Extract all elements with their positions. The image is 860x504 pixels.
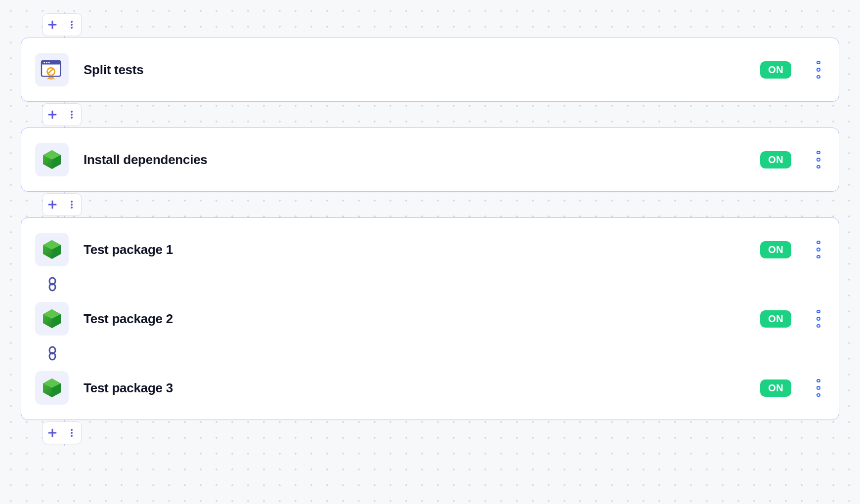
step-icon-container <box>35 143 69 176</box>
toggle-on-badge[interactable]: ON <box>760 151 791 168</box>
svg-point-32 <box>71 432 73 434</box>
add-step-control <box>43 103 82 126</box>
hexagon-node-icon <box>41 239 63 260</box>
drag-dot-icon <box>817 165 820 168</box>
drag-handle[interactable] <box>812 151 825 168</box>
add-step-button[interactable] <box>43 194 62 215</box>
svg-point-9 <box>71 111 73 113</box>
svg-point-6 <box>46 62 47 63</box>
drag-dot-icon <box>817 61 820 64</box>
vertical-dots-icon <box>67 20 77 30</box>
add-step-button[interactable] <box>43 422 62 444</box>
plus-icon <box>47 20 57 30</box>
chain-connector <box>35 343 825 363</box>
toggle-on-badge[interactable]: ON <box>760 310 791 328</box>
vertical-dots-icon <box>67 428 77 438</box>
svg-point-7 <box>48 62 50 63</box>
add-step-button[interactable] <box>43 104 62 126</box>
svg-point-10 <box>71 114 73 116</box>
workflow-step-row: Test package 3 ON <box>35 363 825 410</box>
toggle-on-badge[interactable]: ON <box>760 379 791 397</box>
drag-dot-icon <box>817 317 820 320</box>
svg-point-5 <box>43 62 45 63</box>
drag-dot-icon <box>817 379 820 382</box>
drag-dot-icon <box>817 158 820 161</box>
workflow-step-card[interactable]: Split tests ON <box>21 38 839 102</box>
step-title: Test package 1 <box>84 242 745 257</box>
step-actions-button[interactable] <box>62 14 81 36</box>
hexagon-node-icon <box>41 308 63 330</box>
step-title: Test package 2 <box>84 311 745 327</box>
chain-link-icon <box>46 346 59 361</box>
drag-dot-icon <box>817 393 820 397</box>
add-step-control <box>43 421 82 444</box>
workflow-step-row: Split tests ON <box>35 48 825 91</box>
workflow-step-row: Test package 1 ON <box>35 228 825 274</box>
drag-dot-icon <box>817 386 820 389</box>
svg-point-17 <box>71 207 73 209</box>
toggle-on-badge[interactable]: ON <box>760 61 791 79</box>
step-actions-button[interactable] <box>62 194 81 215</box>
hexagon-node-icon <box>41 149 63 170</box>
toggle-on-badge[interactable]: ON <box>760 241 791 258</box>
drag-dot-icon <box>817 255 820 258</box>
svg-point-16 <box>71 204 73 206</box>
workflow-step-row: Test package 2 ON <box>35 294 825 343</box>
vertical-dots-icon <box>67 200 77 210</box>
plus-icon <box>47 428 57 438</box>
step-icon-container <box>35 371 69 405</box>
step-icon-container <box>35 233 69 266</box>
add-step-button[interactable] <box>43 14 62 36</box>
drag-handle[interactable] <box>812 379 825 397</box>
step-title: Install dependencies <box>84 152 745 168</box>
step-title: Test package 3 <box>84 380 745 396</box>
step-icon-container <box>35 302 69 336</box>
add-step-control <box>43 13 82 36</box>
vertical-dots-icon <box>67 110 77 120</box>
svg-point-31 <box>71 429 73 431</box>
window-test-icon <box>41 59 63 80</box>
workflow-step-row: Install dependencies ON <box>35 138 825 181</box>
step-actions-button[interactable] <box>62 422 81 444</box>
hexagon-node-icon <box>41 377 63 399</box>
step-title: Split tests <box>84 62 745 78</box>
svg-point-2 <box>71 27 73 29</box>
workflow-step-card[interactable]: Install dependencies ON <box>21 127 839 192</box>
drag-dot-icon <box>817 248 820 251</box>
drag-dot-icon <box>817 151 820 154</box>
plus-icon <box>47 200 57 210</box>
step-icon-container <box>35 53 69 86</box>
drag-dot-icon <box>817 310 820 313</box>
step-actions-button[interactable] <box>62 104 81 126</box>
svg-point-33 <box>71 435 73 437</box>
svg-point-15 <box>71 201 73 203</box>
drag-dot-icon <box>817 241 820 244</box>
drag-dot-icon <box>817 68 820 71</box>
svg-point-0 <box>71 21 73 23</box>
drag-handle[interactable] <box>812 61 825 79</box>
drag-handle[interactable] <box>812 310 825 328</box>
chain-link-icon <box>46 277 59 292</box>
plus-icon <box>47 110 57 120</box>
workflow-parallel-group-card[interactable]: Test package 1 ON <box>21 217 839 420</box>
svg-point-11 <box>71 117 73 119</box>
svg-point-1 <box>71 24 73 26</box>
drag-dot-icon <box>817 75 820 79</box>
drag-handle[interactable] <box>812 241 825 258</box>
chain-connector <box>35 274 825 294</box>
drag-dot-icon <box>817 324 820 328</box>
add-step-control <box>43 193 82 216</box>
